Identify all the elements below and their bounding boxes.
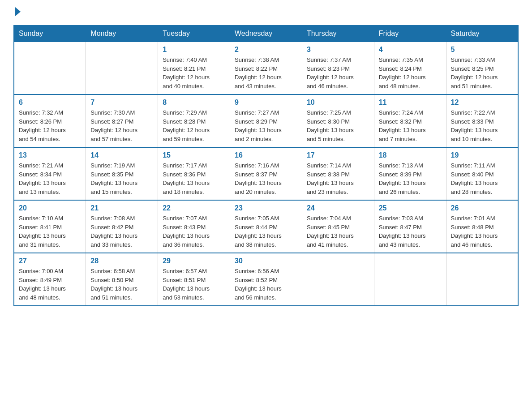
day-of-week-header: Sunday bbox=[14, 26, 86, 42]
day-of-week-header: Saturday bbox=[446, 26, 518, 42]
calendar-week-row: 20Sunrise: 7:10 AMSunset: 8:41 PMDayligh… bbox=[14, 200, 518, 253]
calendar-cell: 5Sunrise: 7:33 AMSunset: 8:25 PMDaylight… bbox=[446, 42, 518, 94]
day-info: Sunrise: 7:08 AMSunset: 8:42 PMDaylight:… bbox=[90, 214, 153, 249]
calendar-cell: 19Sunrise: 7:11 AMSunset: 8:40 PMDayligh… bbox=[446, 147, 518, 200]
day-info: Sunrise: 7:29 AMSunset: 8:28 PMDaylight:… bbox=[163, 108, 225, 143]
day-number: 25 bbox=[379, 204, 442, 212]
day-of-week-header: Thursday bbox=[302, 26, 374, 42]
calendar-cell bbox=[374, 253, 446, 306]
calendar-cell: 7Sunrise: 7:30 AMSunset: 8:27 PMDaylight… bbox=[86, 94, 158, 147]
day-info: Sunrise: 6:56 AMSunset: 8:52 PMDaylight:… bbox=[235, 267, 297, 302]
calendar-cell: 24Sunrise: 7:04 AMSunset: 8:45 PMDayligh… bbox=[302, 200, 374, 253]
day-number: 27 bbox=[19, 257, 81, 265]
calendar-table: SundayMondayTuesdayWednesdayThursdayFrid… bbox=[13, 25, 519, 306]
calendar-cell: 30Sunrise: 6:56 AMSunset: 8:52 PMDayligh… bbox=[230, 253, 302, 306]
day-info: Sunrise: 7:38 AMSunset: 8:22 PMDaylight:… bbox=[235, 56, 297, 90]
calendar-week-row: 27Sunrise: 7:00 AMSunset: 8:49 PMDayligh… bbox=[14, 253, 518, 306]
day-info: Sunrise: 7:30 AMSunset: 8:27 PMDaylight:… bbox=[90, 108, 153, 143]
calendar-week-row: 13Sunrise: 7:21 AMSunset: 8:34 PMDayligh… bbox=[14, 147, 518, 200]
day-number: 10 bbox=[307, 98, 369, 107]
day-number: 22 bbox=[163, 204, 225, 212]
day-number: 19 bbox=[451, 151, 513, 159]
day-of-week-header: Friday bbox=[374, 26, 446, 42]
day-info: Sunrise: 7:35 AMSunset: 8:24 PMDaylight:… bbox=[379, 56, 442, 90]
day-info: Sunrise: 7:27 AMSunset: 8:29 PMDaylight:… bbox=[235, 108, 297, 143]
calendar-week-row: 1Sunrise: 7:40 AMSunset: 8:21 PMDaylight… bbox=[14, 42, 518, 94]
calendar-cell: 17Sunrise: 7:14 AMSunset: 8:38 PMDayligh… bbox=[302, 147, 374, 200]
calendar-cell: 26Sunrise: 7:01 AMSunset: 8:48 PMDayligh… bbox=[446, 200, 518, 253]
day-of-week-header: Wednesday bbox=[230, 26, 302, 42]
day-of-week-header: Monday bbox=[86, 26, 158, 42]
day-number: 21 bbox=[90, 204, 153, 212]
day-info: Sunrise: 7:10 AMSunset: 8:41 PMDaylight:… bbox=[19, 214, 81, 249]
day-info: Sunrise: 7:24 AMSunset: 8:32 PMDaylight:… bbox=[379, 108, 442, 143]
calendar-cell: 2Sunrise: 7:38 AMSunset: 8:22 PMDaylight… bbox=[230, 42, 302, 94]
calendar-cell bbox=[14, 42, 86, 94]
day-info: Sunrise: 7:19 AMSunset: 8:35 PMDaylight:… bbox=[90, 161, 153, 196]
day-info: Sunrise: 7:25 AMSunset: 8:30 PMDaylight:… bbox=[307, 108, 369, 143]
day-number: 11 bbox=[379, 98, 442, 107]
day-info: Sunrise: 7:13 AMSunset: 8:39 PMDaylight:… bbox=[379, 161, 442, 196]
day-number: 13 bbox=[19, 151, 81, 159]
day-number: 8 bbox=[163, 98, 225, 107]
calendar-cell: 27Sunrise: 7:00 AMSunset: 8:49 PMDayligh… bbox=[14, 253, 86, 306]
day-number: 15 bbox=[163, 151, 225, 159]
calendar-week-row: 6Sunrise: 7:32 AMSunset: 8:26 PMDaylight… bbox=[14, 94, 518, 147]
day-number: 1 bbox=[163, 46, 225, 54]
day-info: Sunrise: 7:17 AMSunset: 8:36 PMDaylight:… bbox=[163, 161, 225, 196]
calendar-cell bbox=[302, 253, 374, 306]
page-header bbox=[13, 9, 519, 16]
calendar-cell: 4Sunrise: 7:35 AMSunset: 8:24 PMDaylight… bbox=[374, 42, 446, 94]
day-number: 18 bbox=[379, 151, 442, 159]
day-number: 3 bbox=[307, 46, 369, 54]
calendar-cell: 10Sunrise: 7:25 AMSunset: 8:30 PMDayligh… bbox=[302, 94, 374, 147]
day-info: Sunrise: 7:01 AMSunset: 8:48 PMDaylight:… bbox=[451, 214, 513, 249]
day-number: 4 bbox=[379, 46, 442, 54]
calendar-cell: 14Sunrise: 7:19 AMSunset: 8:35 PMDayligh… bbox=[86, 147, 158, 200]
calendar-cell: 12Sunrise: 7:22 AMSunset: 8:33 PMDayligh… bbox=[446, 94, 518, 147]
calendar-header-row: SundayMondayTuesdayWednesdayThursdayFrid… bbox=[14, 26, 518, 42]
day-number: 7 bbox=[90, 98, 153, 107]
day-info: Sunrise: 7:04 AMSunset: 8:45 PMDaylight:… bbox=[307, 214, 369, 249]
calendar-cell: 29Sunrise: 6:57 AMSunset: 8:51 PMDayligh… bbox=[158, 253, 230, 306]
day-number: 30 bbox=[235, 257, 297, 265]
day-number: 17 bbox=[307, 151, 369, 159]
day-info: Sunrise: 7:03 AMSunset: 8:47 PMDaylight:… bbox=[379, 214, 442, 249]
calendar-cell: 8Sunrise: 7:29 AMSunset: 8:28 PMDaylight… bbox=[158, 94, 230, 147]
calendar-cell: 21Sunrise: 7:08 AMSunset: 8:42 PMDayligh… bbox=[86, 200, 158, 253]
calendar-cell: 23Sunrise: 7:05 AMSunset: 8:44 PMDayligh… bbox=[230, 200, 302, 253]
day-info: Sunrise: 6:58 AMSunset: 8:50 PMDaylight:… bbox=[90, 267, 153, 302]
day-info: Sunrise: 7:11 AMSunset: 8:40 PMDaylight:… bbox=[451, 161, 513, 196]
day-of-week-header: Tuesday bbox=[158, 26, 230, 42]
day-info: Sunrise: 7:14 AMSunset: 8:38 PMDaylight:… bbox=[307, 161, 369, 196]
day-info: Sunrise: 7:32 AMSunset: 8:26 PMDaylight:… bbox=[19, 108, 81, 143]
day-info: Sunrise: 6:57 AMSunset: 8:51 PMDaylight:… bbox=[163, 267, 225, 302]
day-number: 16 bbox=[235, 151, 297, 159]
day-number: 28 bbox=[90, 257, 153, 265]
day-number: 6 bbox=[19, 98, 81, 107]
day-number: 20 bbox=[19, 204, 81, 212]
day-info: Sunrise: 7:00 AMSunset: 8:49 PMDaylight:… bbox=[19, 267, 81, 302]
day-info: Sunrise: 7:22 AMSunset: 8:33 PMDaylight:… bbox=[451, 108, 513, 143]
day-number: 14 bbox=[90, 151, 153, 159]
calendar-cell bbox=[446, 253, 518, 306]
calendar-cell bbox=[86, 42, 158, 94]
day-number: 26 bbox=[451, 204, 513, 212]
calendar-cell: 20Sunrise: 7:10 AMSunset: 8:41 PMDayligh… bbox=[14, 200, 86, 253]
calendar-cell: 9Sunrise: 7:27 AMSunset: 8:29 PMDaylight… bbox=[230, 94, 302, 147]
day-info: Sunrise: 7:07 AMSunset: 8:43 PMDaylight:… bbox=[163, 214, 225, 249]
day-number: 24 bbox=[307, 204, 369, 212]
calendar-cell: 6Sunrise: 7:32 AMSunset: 8:26 PMDaylight… bbox=[14, 94, 86, 147]
day-number: 2 bbox=[235, 46, 297, 54]
day-info: Sunrise: 7:33 AMSunset: 8:25 PMDaylight:… bbox=[451, 56, 513, 90]
calendar-cell: 28Sunrise: 6:58 AMSunset: 8:50 PMDayligh… bbox=[86, 253, 158, 306]
logo-arrow-icon bbox=[15, 7, 21, 16]
calendar-cell: 11Sunrise: 7:24 AMSunset: 8:32 PMDayligh… bbox=[374, 94, 446, 147]
day-info: Sunrise: 7:40 AMSunset: 8:21 PMDaylight:… bbox=[163, 56, 225, 90]
calendar-cell: 16Sunrise: 7:16 AMSunset: 8:37 PMDayligh… bbox=[230, 147, 302, 200]
day-number: 29 bbox=[163, 257, 225, 265]
day-info: Sunrise: 7:05 AMSunset: 8:44 PMDaylight:… bbox=[235, 214, 297, 249]
day-number: 9 bbox=[235, 98, 297, 107]
calendar-cell: 3Sunrise: 7:37 AMSunset: 8:23 PMDaylight… bbox=[302, 42, 374, 94]
calendar-cell: 22Sunrise: 7:07 AMSunset: 8:43 PMDayligh… bbox=[158, 200, 230, 253]
